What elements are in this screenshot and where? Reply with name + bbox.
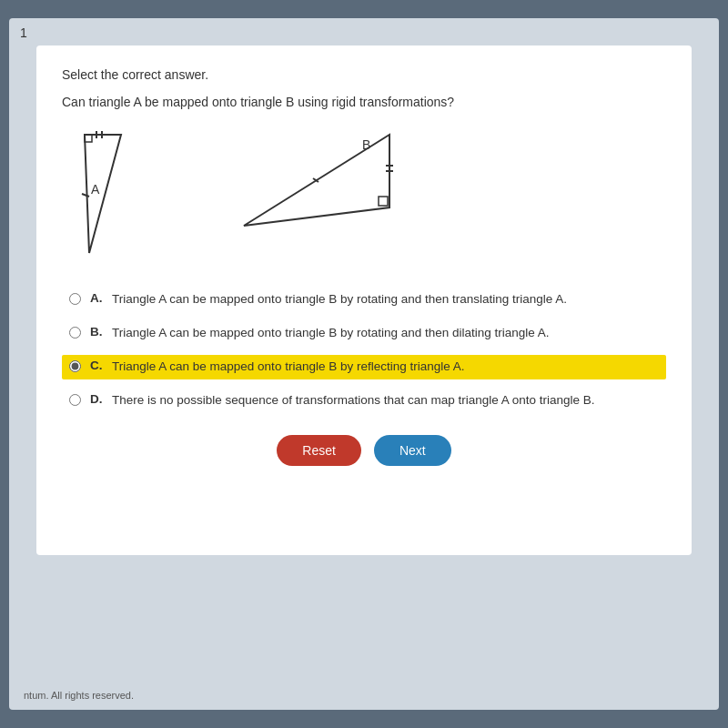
svg-text:A: A [91, 182, 100, 197]
answer-option-b[interactable]: B. Triangle A can be mapped onto triangl… [62, 321, 666, 346]
svg-text:B: B [362, 137, 370, 152]
triangle-a-svg: A [71, 126, 162, 262]
triangle-b-svg: B [235, 126, 399, 235]
svg-rect-7 [379, 197, 388, 206]
content-area: Select the correct answer. Can triangle … [36, 46, 692, 555]
next-button[interactable]: Next [374, 435, 451, 466]
screen: 1 Select the correct answer. Can triangl… [9, 18, 719, 710]
triangle-a-container: A [71, 126, 162, 266]
label-c: C. [90, 359, 105, 372]
radio-d[interactable] [69, 394, 81, 406]
answer-option-c[interactable]: C. Triangle A can be mapped onto triangl… [62, 355, 666, 379]
triangles-area: A B [62, 126, 666, 266]
radio-c[interactable] [69, 360, 81, 372]
answer-option-d[interactable]: D. There is no possible sequence of tran… [62, 389, 666, 413]
radio-b[interactable] [69, 327, 81, 339]
buttons-row: Reset Next [62, 435, 666, 466]
question-text: Can triangle A be mapped onto triangle B… [62, 95, 666, 109]
svg-line-4 [82, 194, 89, 197]
text-b: Triangle A can be mapped onto triangle B… [112, 325, 550, 342]
answers-container: A. Triangle A can be mapped onto triangl… [62, 288, 666, 413]
svg-marker-0 [85, 135, 121, 253]
triangle-b-container: B [235, 126, 399, 238]
radio-a[interactable] [69, 293, 81, 305]
question-number: 1 [20, 25, 27, 40]
text-a: Triangle A can be mapped onto triangle B… [112, 291, 567, 308]
text-c: Triangle A can be mapped onto triangle B… [112, 359, 465, 376]
label-b: B. [90, 325, 105, 339]
reset-button[interactable]: Reset [277, 435, 361, 466]
footer-text: ntum. All rights reserved. [24, 690, 134, 701]
label-d: D. [90, 392, 105, 406]
answer-option-a[interactable]: A. Triangle A can be mapped onto triangl… [62, 288, 666, 312]
label-a: A. [90, 291, 105, 305]
text-d: There is no possible sequence of transfo… [112, 392, 595, 410]
instruction-text: Select the correct answer. [62, 67, 666, 82]
